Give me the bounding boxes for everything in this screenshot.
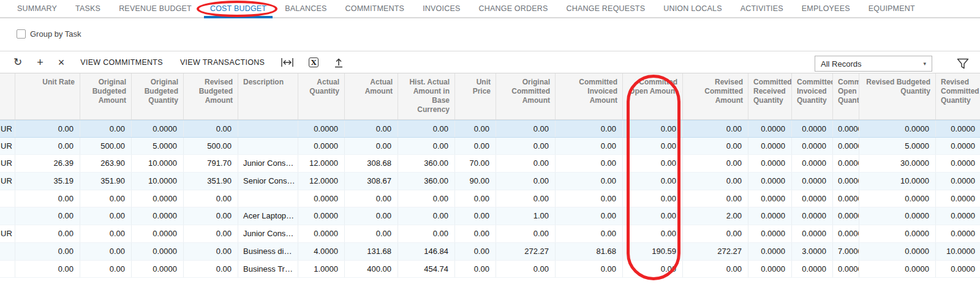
grid-cell[interactable]: 0.0000 (132, 121, 184, 137)
grid-cell[interactable]: 0.00 (184, 225, 238, 242)
grid-cell[interactable]: 0.0000 (936, 261, 980, 278)
tab-change-requests[interactable]: CHANGE REQUESTS (557, 0, 655, 17)
grid-cell[interactable]: 0.0000 (792, 121, 833, 137)
grid-cell[interactable]: 5.0000 (859, 138, 936, 155)
table-row[interactable]: 0.000.000.00000.00Business Tr…1.0000400.… (0, 261, 980, 278)
column-header-original-budgeted-amount[interactable]: Original Budgeted Amount (80, 73, 132, 119)
column-header-actual-quantity[interactable]: Actual Quantity (298, 73, 345, 119)
grid-cell[interactable]: 0.0000 (748, 155, 792, 172)
grid-cell[interactable]: 0.00 (556, 190, 623, 207)
grid-cell[interactable]: 0.00 (623, 155, 683, 172)
grid-cell[interactable]: 0.0000 (936, 121, 980, 137)
grid-cell[interactable]: 1.0000 (298, 261, 345, 278)
grid-cell[interactable]: 0.00 (556, 173, 623, 190)
grid-cell[interactable]: 0.0000 (833, 225, 859, 242)
tab-employees[interactable]: EMPLOYEES (793, 0, 859, 17)
grid-cell[interactable]: 0.0000 (833, 207, 859, 225)
grid-cell[interactable]: 0.0000 (936, 173, 980, 190)
grid-cell[interactable]: 0.0000 (748, 138, 792, 155)
column-header-committed-invoiced-quantity[interactable]: Committed Invoiced Quantity (792, 73, 833, 119)
grid-cell[interactable]: 0.00 (80, 243, 132, 260)
grid-cell[interactable]: 0.00 (623, 190, 683, 207)
grid-cell[interactable]: 500.00 (80, 138, 132, 155)
grid-cell[interactable]: 1.00 (496, 207, 556, 225)
grid-cell[interactable]: 0.00 (398, 138, 455, 155)
grid-cell[interactable]: 0.0000 (132, 225, 184, 242)
grid-cell[interactable]: 0.0000 (132, 190, 184, 207)
grid-cell[interactable]: 0.00 (496, 261, 556, 278)
grid-cell[interactable]: 0.0000 (298, 190, 345, 207)
column-header-revised-committed-quantity[interactable]: Revised Committed Quantity (936, 73, 980, 119)
grid-cell[interactable]: 26.39 (15, 155, 80, 172)
grid-cell[interactable]: 0.00 (398, 225, 455, 242)
grid-cell[interactable]: 131.68 (345, 243, 398, 260)
grid-cell[interactable]: 0.00 (345, 121, 398, 137)
grid-cell[interactable]: 0.0000 (748, 225, 792, 242)
grid-cell[interactable]: 0.00 (623, 138, 683, 155)
grid-cell[interactable]: 0.0000 (748, 261, 792, 278)
grid-cell[interactable]: Senior Cons… (238, 173, 298, 190)
grid-cell[interactable]: 0.00 (398, 207, 455, 225)
grid-cell[interactable]: 0.0000 (132, 243, 184, 260)
grid-cell[interactable]: 0.0000 (792, 155, 833, 172)
tab-invoices[interactable]: INVOICES (413, 0, 469, 17)
grid-cell[interactable]: 0.00 (496, 190, 556, 207)
grid-cell[interactable]: 272.27 (683, 243, 748, 260)
grid-cell[interactable] (0, 207, 15, 225)
grid-cell[interactable]: 0.00 (496, 225, 556, 242)
column-header-blank[interactable] (0, 73, 15, 119)
grid-cell[interactable]: 0.0000 (936, 190, 980, 207)
column-header-revised-committed-amount[interactable]: Revised Committed Amount (683, 73, 748, 119)
grid-cell[interactable]: 0.00 (184, 261, 238, 278)
grid-cell[interactable]: 0.00 (556, 207, 623, 225)
grid-cell[interactable]: UR (0, 121, 15, 137)
group-by-task-checkbox[interactable] (17, 29, 26, 39)
grid-cell[interactable]: 0.00 (15, 261, 80, 278)
grid-cell[interactable]: 0.00 (496, 173, 556, 190)
grid-cell[interactable]: 7.0000 (833, 243, 859, 260)
grid-cell[interactable]: 0.00 (15, 207, 80, 225)
grid-cell[interactable]: 0.0000 (298, 225, 345, 242)
records-filter-dropdown[interactable]: All Records ▾ (815, 56, 932, 72)
grid-cell[interactable]: 0.0000 (792, 207, 833, 225)
grid-cell[interactable]: 10.0000 (132, 155, 184, 172)
grid-cell[interactable]: 12.0000 (298, 173, 345, 190)
column-header-committed-received-quantity[interactable]: Committed Received Quantity (748, 73, 792, 119)
grid-cell[interactable]: 0.00 (80, 207, 132, 225)
grid-cell[interactable]: 0.0000 (833, 261, 859, 278)
grid-cell[interactable]: 0.00 (683, 155, 748, 172)
grid-cell[interactable]: 0.00 (184, 190, 238, 207)
grid-cell[interactable]: 0.00 (683, 261, 748, 278)
grid-cell[interactable]: 0.00 (455, 225, 496, 242)
grid-cell[interactable]: 0.00 (80, 225, 132, 242)
grid-cell[interactable]: Junior Cons… (238, 155, 298, 172)
grid-cell[interactable]: 0.0000 (298, 207, 345, 225)
grid-cell[interactable]: 0.00 (15, 190, 80, 207)
column-header-unit-rate[interactable]: Unit Rate (15, 73, 80, 119)
grid-cell[interactable]: 0.00 (80, 121, 132, 137)
grid-cell[interactable]: 0.00 (455, 138, 496, 155)
grid-cell[interactable]: 0.00 (683, 225, 748, 242)
grid-cell[interactable]: 0.0000 (298, 121, 345, 137)
grid-cell[interactable]: 0.0000 (748, 173, 792, 190)
grid-cell[interactable]: 0.0000 (748, 243, 792, 260)
grid-cell[interactable]: 0.0000 (792, 138, 833, 155)
grid-cell[interactable]: 0.0000 (859, 243, 936, 260)
group-by-task-checkbox-wrap[interactable]: Group by Task (17, 29, 81, 39)
grid-cell[interactable]: 0.0000 (936, 138, 980, 155)
grid-cell[interactable]: 0.0000 (792, 173, 833, 190)
grid-cell[interactable]: 0.00 (556, 138, 623, 155)
tab-cost-budget[interactable]: COST BUDGET (201, 0, 276, 17)
grid-cell[interactable] (238, 121, 298, 137)
grid-cell[interactable]: 400.00 (345, 261, 398, 278)
grid-cell[interactable]: 0.00 (455, 261, 496, 278)
grid-cell[interactable]: 0.0000 (748, 121, 792, 137)
column-header-original-committed-amount[interactable]: Original Committed Amount (496, 73, 556, 119)
grid-cell[interactable]: 0.0000 (748, 207, 792, 225)
grid-cell[interactable]: 12.0000 (298, 155, 345, 172)
table-row[interactable]: 0.000.000.00000.000.00000.000.000.000.00… (0, 190, 980, 208)
filter-settings-button[interactable] (954, 56, 971, 72)
tab-change-orders[interactable]: CHANGE ORDERS (469, 0, 557, 17)
grid-cell[interactable]: 3.0000 (792, 243, 833, 260)
view-transactions-button[interactable]: VIEW TRANSACTIONS (172, 53, 273, 72)
